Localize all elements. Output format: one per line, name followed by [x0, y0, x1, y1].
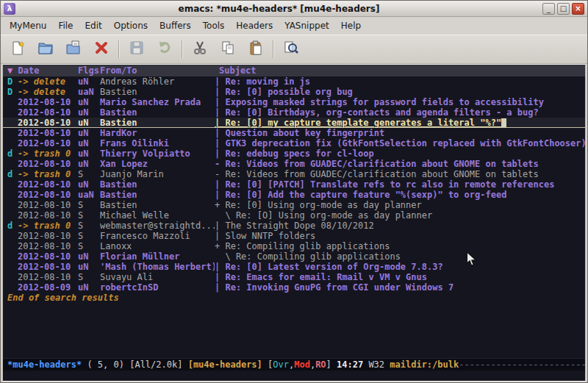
message-row-current[interactable]: 2012-08-10uNBastien| Re: [0] my capture … [3, 118, 585, 128]
cell-from: Bastien [100, 179, 215, 190]
message-row[interactable]: 2012-08-10uNXan Lopez- Re: Videos from G… [3, 159, 585, 169]
paste-icon [248, 40, 264, 59]
emacs-icon: λ [4, 3, 15, 15]
cell-from: Juanjo Marin [100, 169, 215, 179]
cell-subject: \ Re: Compiling glib applications [215, 251, 585, 262]
undo-button[interactable] [154, 38, 176, 60]
cell-flags: S [78, 231, 100, 241]
cell-flags: uN [78, 138, 100, 148]
menu-mymenu[interactable]: MyMenu [4, 18, 52, 34]
cell-date: -> trash 0 [18, 221, 78, 231]
cell-mark: d [7, 148, 18, 159]
cell-flags: uN [78, 262, 100, 272]
cut-button[interactable] [189, 38, 211, 60]
message-row[interactable]: 2012-08-10uN'Mash (Thomas Herbert)| Re: … [3, 262, 585, 272]
cell-flags: uN [78, 128, 100, 138]
cell-subject: | Re: Invoking GnuPG from CGI under Wind… [215, 282, 585, 293]
message-row[interactable]: 2012-08-10uNMario Sanchez Prada| Exposin… [3, 97, 585, 107]
cell-from: Bastien [100, 87, 215, 97]
copy-button[interactable] [217, 38, 239, 60]
undo-icon [157, 40, 173, 59]
cell-from: Mario Sanchez Prada [100, 97, 215, 107]
cell-subject: | The Straight Dope 08/10/2012 [215, 221, 585, 231]
menu-file[interactable]: File [52, 18, 79, 34]
cell-from: Xan Lopez [100, 159, 215, 169]
echo-area[interactable] [3, 371, 585, 381]
cell-flags: uN [78, 76, 100, 87]
window-title: emacs: *mu4e-headers* [mu4e-headers] [15, 4, 542, 14]
cell-mark [7, 107, 18, 118]
modeline-segment: ----------------------------------------… [459, 359, 585, 371]
message-list: D-> deleteuNAndreas Röhler| Re: moving i… [3, 76, 585, 293]
cell-subject: | Re: [0] [PATCH] Translate refs to rc a… [215, 179, 585, 190]
message-row[interactable]: D-> deleteuaNBastien| Re: [0] possible o… [3, 87, 585, 97]
menu-help[interactable]: Help [335, 18, 367, 34]
search-button[interactable] [280, 38, 302, 60]
dired-button[interactable] [62, 38, 85, 60]
cell-mark [7, 282, 18, 293]
message-row[interactable]: 2012-08-09uNrobertcInSD| Re: Invoking Gn… [3, 282, 585, 293]
menu-yasnippet[interactable]: YASnippet [279, 18, 335, 34]
kill-buffer-button[interactable] [90, 38, 112, 60]
titlebar[interactable]: λ emacs: *mu4e-headers* [mu4e-headers] _… [1, 1, 587, 17]
cell-subject: | Re: [0] my capture template generates … [215, 118, 585, 128]
menu-buffers[interactable]: Buffers [154, 18, 197, 34]
message-row[interactable]: d-> trash 0SJuanjo Marin- Re: Videos fro… [3, 169, 585, 179]
modeline-segment: , [310, 359, 315, 371]
save-button[interactable] [126, 38, 148, 60]
message-row[interactable]: 2012-08-10SBastien+ Re: [0] Using org-mo… [3, 200, 585, 210]
message-row[interactable]: 2012-08-10SSuvayu Ali| Re: Emacs for ema… [3, 272, 585, 282]
cell-date: 2012-08-10 [18, 118, 78, 128]
message-row[interactable]: 2012-08-10uNBastien| Re: [0] [PATCH] Tra… [3, 179, 585, 190]
menu-options[interactable]: Options [108, 18, 154, 34]
cell-flags: S [78, 272, 100, 282]
cell-from: Suvayu Ali [100, 272, 215, 282]
paste-button[interactable] [245, 38, 267, 60]
modeline-segment: Ovr [273, 359, 289, 371]
emacs-window: λ emacs: *mu4e-headers* [mu4e-headers] _… [0, 0, 588, 383]
cell-subject: | Re: edebug specs for cl-loop [215, 148, 585, 159]
column-flags: Flgs [78, 65, 100, 76]
cell-date: 2012-08-10 [18, 210, 78, 221]
cell-from: Florian Müllner [100, 251, 215, 262]
mu4e-headers-buffer[interactable]: ▼ Date Flgs From/To Subject D-> deleteuN… [3, 65, 585, 358]
cell-from: Lanoxx [100, 241, 215, 251]
modeline-segment: ] [326, 359, 337, 371]
minimize-button[interactable]: _ [542, 3, 555, 15]
cell-date: 2012-08-10 [18, 128, 78, 138]
toolbar [1, 35, 587, 64]
message-row[interactable]: D-> deleteuNAndreas Röhler| Re: moving i… [3, 76, 585, 87]
new-file-icon [10, 40, 26, 59]
cell-flags: uN [78, 97, 100, 107]
new-file-button[interactable] [7, 38, 29, 60]
message-row[interactable]: 2012-08-10SMichael Welle \ Re: [O] Using… [3, 210, 585, 221]
cell-flags: uaN [78, 87, 100, 97]
cell-date: 2012-08-10 [18, 241, 78, 251]
maximize-button[interactable]: □ [557, 3, 570, 15]
cell-mark: d [7, 169, 18, 179]
cell-from: Andreas Röhler [100, 76, 215, 87]
message-row[interactable]: 2012-08-10uNFrans Oilinki| GTK3 deprecat… [3, 138, 585, 148]
cell-subject: \ Re: [O] Using org-mode as day planner [215, 210, 585, 221]
close-button[interactable]: × [572, 3, 584, 15]
cell-date: -> trash 0 [18, 148, 78, 159]
open-file-button[interactable] [35, 38, 57, 60]
cell-flags: uN [78, 179, 100, 190]
message-row[interactable]: d-> trash 0uNThierry Volpiatto| Re: edeb… [3, 148, 585, 159]
menu-edit[interactable]: Edit [79, 18, 108, 34]
cell-subject: - Re: Videos from GUADEC/clarification a… [215, 169, 585, 179]
menu-headers[interactable]: Headers [230, 18, 279, 34]
menu-tools[interactable]: Tools [197, 18, 231, 34]
window-controls: _ □ × [542, 3, 584, 15]
close-x-icon [93, 40, 110, 59]
message-row[interactable]: d-> trash 0Swebmaster@straightd...| The … [3, 221, 585, 231]
message-row[interactable]: 2012-08-10SFrancesco Mazzoli| Slow NNTP … [3, 231, 585, 241]
message-row[interactable]: 2012-08-10SLanoxx+ Re: Compiling glib ap… [3, 241, 585, 251]
cell-flags: uN [78, 251, 100, 262]
cell-subject: | Slow NNTP folders [215, 231, 585, 241]
cell-subject: + Re: [0] Using org-mode as day planner [215, 200, 585, 210]
message-row[interactable]: 2012-08-10uNBastien| Re: [0] Birthdays, … [3, 107, 585, 118]
message-row[interactable]: 2012-08-10uaNBastien| Re: [0] Add the ca… [3, 190, 585, 200]
message-row[interactable]: 2012-08-10uNHardKor| Question about key … [3, 128, 585, 138]
message-row[interactable]: 2012-08-10uNFlorian Müllner \ Re: Compil… [3, 251, 585, 262]
